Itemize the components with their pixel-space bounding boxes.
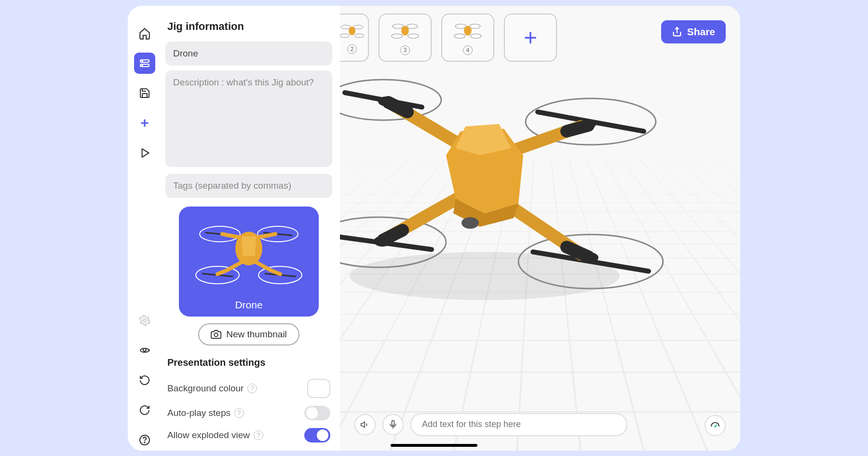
thumbnail-card[interactable]: Drone bbox=[179, 207, 319, 317]
help-icon[interactable] bbox=[134, 429, 155, 451]
svg-point-44 bbox=[353, 25, 363, 29]
new-thumbnail-button[interactable]: New thumbnail bbox=[198, 323, 299, 345]
step-card[interactable]: 3 bbox=[379, 14, 432, 62]
svg-point-48 bbox=[393, 24, 404, 28]
exploded-toggle[interactable] bbox=[304, 428, 330, 442]
svg-line-63 bbox=[715, 425, 717, 427]
rotate-model-icon[interactable] bbox=[134, 340, 155, 361]
add-icon[interactable] bbox=[134, 112, 155, 134]
svg-point-41 bbox=[581, 252, 598, 263]
svg-point-39 bbox=[581, 119, 596, 129]
autoplay-row: Auto-play steps ? bbox=[165, 402, 332, 424]
svg-point-3 bbox=[142, 65, 143, 66]
svg-point-54 bbox=[469, 24, 480, 28]
autoplay-toggle[interactable] bbox=[304, 406, 330, 420]
drone-thumbnail-icon bbox=[193, 212, 304, 294]
share-button[interactable]: Share bbox=[661, 20, 726, 43]
home-indicator bbox=[391, 444, 477, 447]
jig-tags-input[interactable] bbox=[165, 174, 332, 198]
svg-point-43 bbox=[341, 25, 351, 29]
jig-description-input[interactable] bbox=[165, 70, 332, 167]
step-strip: 2 3 4 + bbox=[340, 14, 557, 62]
drone-step-icon bbox=[391, 20, 420, 41]
performance-button[interactable] bbox=[705, 415, 726, 436]
info-icon[interactable] bbox=[134, 53, 155, 74]
mic-icon bbox=[388, 420, 398, 429]
step-text-input[interactable] bbox=[410, 413, 627, 436]
svg-point-51 bbox=[408, 34, 419, 38]
autoplay-label: Auto-play steps bbox=[167, 408, 231, 418]
svg-point-40 bbox=[374, 236, 391, 247]
svg-point-10 bbox=[144, 442, 145, 443]
help-hint-icon[interactable]: ? bbox=[234, 408, 244, 418]
svg-point-49 bbox=[407, 24, 418, 28]
svg-point-55 bbox=[454, 34, 465, 38]
bg-color-row: Background colour ? bbox=[165, 375, 332, 402]
svg-point-38 bbox=[378, 97, 393, 106]
svg-point-56 bbox=[471, 34, 482, 38]
step-card[interactable]: 2 bbox=[340, 14, 369, 62]
jig-name-input[interactable] bbox=[165, 41, 332, 66]
svg-point-45 bbox=[340, 34, 350, 38]
bg-color-label: Background colour bbox=[167, 383, 244, 394]
svg-point-42 bbox=[461, 217, 479, 229]
drone-model[interactable] bbox=[340, 54, 668, 324]
redo-icon[interactable] bbox=[134, 400, 155, 421]
svg-point-46 bbox=[354, 34, 364, 38]
step-number: 2 bbox=[347, 44, 357, 54]
step-number: 4 bbox=[463, 45, 473, 55]
svg-point-8 bbox=[143, 348, 146, 351]
presentation-title: Presentation settings bbox=[165, 357, 332, 368]
drone-step-icon bbox=[453, 20, 482, 41]
canvas[interactable]: 2 3 4 + Share bbox=[340, 6, 740, 451]
svg-point-57 bbox=[464, 26, 472, 35]
add-step-button[interactable]: + bbox=[504, 14, 557, 62]
thumbnail-label: Drone bbox=[235, 299, 262, 311]
speaker-icon bbox=[360, 420, 370, 429]
bg-color-swatch[interactable] bbox=[307, 379, 330, 398]
step-card[interactable]: 4 bbox=[441, 14, 494, 62]
gear-ghost-icon bbox=[134, 310, 155, 331]
svg-point-52 bbox=[401, 26, 409, 35]
svg-point-50 bbox=[392, 34, 403, 38]
gauge-icon bbox=[710, 420, 720, 431]
play-icon[interactable] bbox=[134, 142, 155, 164]
bottom-bar bbox=[340, 413, 740, 436]
home-icon[interactable] bbox=[134, 23, 155, 44]
left-rail bbox=[128, 6, 162, 451]
camera-icon bbox=[211, 329, 221, 340]
step-number: 3 bbox=[400, 45, 410, 55]
panel-title: Jig information bbox=[165, 20, 332, 33]
svg-point-20 bbox=[214, 333, 217, 336]
svg-rect-60 bbox=[392, 420, 394, 425]
help-hint-icon[interactable]: ? bbox=[247, 384, 257, 393]
mic-button[interactable] bbox=[382, 414, 404, 435]
svg-point-53 bbox=[455, 24, 466, 28]
drone-step-icon bbox=[340, 21, 364, 41]
save-icon[interactable] bbox=[134, 83, 155, 104]
svg-point-6 bbox=[143, 319, 146, 322]
share-icon bbox=[672, 27, 682, 37]
svg-point-2 bbox=[142, 60, 143, 61]
help-hint-icon[interactable]: ? bbox=[254, 430, 263, 440]
exploded-label: Allow exploded view bbox=[167, 430, 250, 441]
exploded-row: Allow exploded view ? bbox=[165, 424, 332, 446]
speaker-button[interactable] bbox=[354, 414, 376, 435]
svg-point-47 bbox=[349, 27, 355, 35]
app-window: Jig information Drone New thumbnail bbox=[128, 6, 740, 451]
undo-icon[interactable] bbox=[134, 370, 155, 391]
svg-marker-59 bbox=[361, 422, 365, 428]
sidebar-panel: Jig information Drone New thumbnail bbox=[162, 6, 340, 451]
